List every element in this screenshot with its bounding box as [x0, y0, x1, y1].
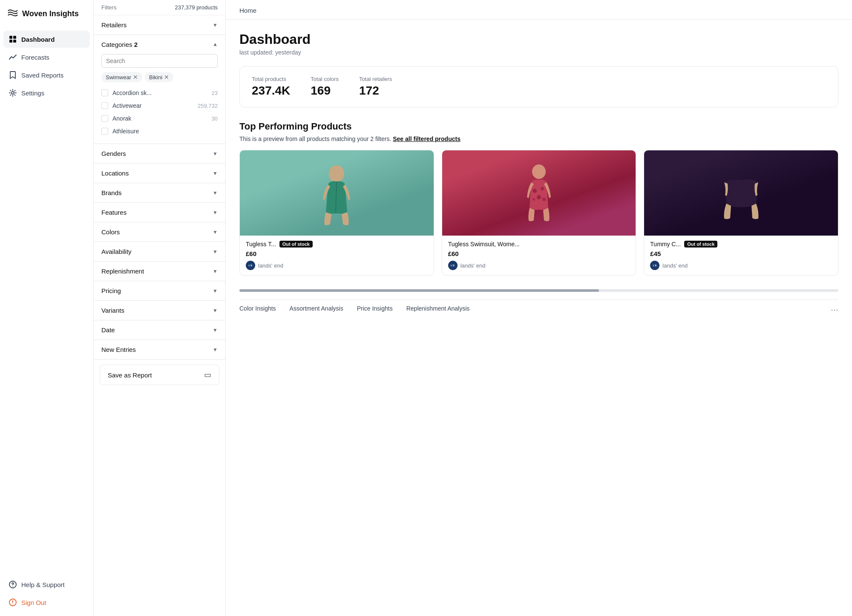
- main-inner: Dashboard last updated: yesterday Total …: [226, 20, 852, 328]
- category-search-input[interactable]: [101, 54, 218, 68]
- svg-point-14: [537, 195, 541, 199]
- woven-insights-logo-icon: [7, 8, 19, 20]
- tab-assortment-analysis[interactable]: Assortment Analysis: [290, 305, 343, 314]
- remove-tag-icon[interactable]: ✕: [164, 74, 169, 81]
- chevron-down-icon: ▼: [213, 22, 218, 28]
- filter-section-label: Features: [101, 209, 127, 216]
- save-as-report-button[interactable]: Save as Report ▭: [100, 365, 219, 385]
- svg-point-16: [542, 198, 546, 201]
- list-item[interactable]: Anorak 30: [101, 112, 218, 125]
- tab-color-insights[interactable]: Color Insights: [239, 305, 276, 314]
- more-tabs-button[interactable]: ⋯: [831, 305, 838, 314]
- chevron-down-icon: ▼: [213, 210, 218, 216]
- tab-label: Price Insights: [357, 305, 393, 312]
- sidebar-item-dashboard[interactable]: Dashboard: [3, 31, 90, 48]
- scroll-thumb: [239, 289, 599, 292]
- filter-section-header-genders[interactable]: Genders ▼: [94, 144, 225, 163]
- tab-price-insights[interactable]: Price Insights: [357, 305, 393, 314]
- last-updated-label: last updated: yesterday: [239, 49, 838, 56]
- chevron-up-icon: ▼: [213, 42, 218, 48]
- sidebar-bottom: Help & Support Sign Out: [0, 571, 93, 616]
- retailer-logo-text: L'E: [653, 264, 657, 267]
- category-checkbox[interactable]: [101, 115, 108, 122]
- category-checkbox[interactable]: [101, 102, 108, 109]
- filter-section-colors: Colors ▼: [94, 222, 225, 242]
- product-retailer: L'E lands' end: [246, 261, 428, 270]
- breadcrumb: Home: [226, 0, 852, 20]
- out-of-stock-badge: Out of stock: [684, 241, 717, 248]
- filter-section-header-features[interactable]: Features ▼: [94, 203, 225, 222]
- category-checkbox[interactable]: [101, 89, 108, 96]
- scroll-indicator: [239, 289, 838, 292]
- chevron-down-icon: ▼: [213, 288, 218, 294]
- product-name-row: Tummy C... Out of stock: [650, 241, 832, 248]
- filter-section-header-date[interactable]: Date ▼: [94, 320, 225, 340]
- chevron-down-icon: ▼: [213, 190, 218, 196]
- sidebar-sign-out[interactable]: Sign Out: [3, 594, 90, 611]
- product-retailer: L'E lands' end: [650, 261, 832, 270]
- saved-reports-icon: [9, 71, 17, 79]
- filter-section-header-pricing[interactable]: Pricing ▼: [94, 281, 225, 300]
- filters-label: Filters: [101, 4, 116, 11]
- tab-label: Assortment Analysis: [290, 305, 343, 312]
- see-all-filtered-link[interactable]: See all filtered products: [393, 135, 461, 142]
- category-checkbox[interactable]: [101, 128, 108, 135]
- chevron-down-icon: ▼: [213, 347, 218, 353]
- filter-section-header-availability[interactable]: Availability ▼: [94, 242, 225, 261]
- bookmark-icon: ▭: [204, 370, 211, 380]
- filter-section-retailers: Retailers ▼: [94, 15, 225, 35]
- out-of-stock-badge: Out of stock: [279, 241, 313, 248]
- filter-section-label: New Entries: [101, 346, 136, 353]
- retailer-name: lands' end: [662, 262, 688, 269]
- filter-section-header-new-entries[interactable]: New Entries ▼: [94, 340, 225, 359]
- product-image: [240, 150, 434, 236]
- filter-section-label: Genders: [101, 150, 126, 157]
- stat-label: Total colors: [311, 76, 339, 82]
- retailer-logo-text: L'E: [451, 264, 455, 267]
- chevron-down-icon: ▼: [213, 229, 218, 235]
- category-tag-swimwear[interactable]: Swimwear ✕: [101, 72, 142, 82]
- sidebar: Woven Insights Dashboard Forecasts Saved…: [0, 0, 94, 616]
- list-item[interactable]: Accordion sk... 23: [101, 86, 218, 99]
- filter-section-header-locations[interactable]: Locations ▼: [94, 164, 225, 183]
- category-item-name: Activewear: [112, 102, 193, 109]
- sidebar-item-label: Saved Reports: [21, 72, 63, 79]
- sign-out-icon: [9, 598, 17, 607]
- svg-point-13: [541, 187, 544, 190]
- sidebar-help-support[interactable]: Help & Support: [3, 576, 90, 593]
- product-card[interactable]: Tugless Swimsuit, Wome... £60 L'E lands'…: [442, 150, 636, 276]
- product-price: £45: [650, 250, 832, 257]
- product-price: £60: [246, 250, 428, 257]
- filter-section-header-categories[interactable]: Categories 2 ▼: [94, 35, 225, 54]
- filter-section-brands: Brands ▼: [94, 183, 225, 203]
- svg-point-15: [532, 198, 535, 201]
- sidebar-item-forecasts[interactable]: Forecasts: [3, 49, 90, 66]
- breadcrumb-label: Home: [239, 7, 256, 14]
- sidebar-item-saved-reports[interactable]: Saved Reports: [3, 66, 90, 83]
- filter-section-header-brands[interactable]: Brands ▼: [94, 183, 225, 202]
- chevron-down-icon: ▼: [213, 327, 218, 333]
- filter-section-label: Brands: [101, 189, 122, 196]
- category-tag-bikini[interactable]: Bikini ✕: [145, 72, 173, 82]
- list-item[interactable]: Activewear 259,732: [101, 99, 218, 112]
- chevron-down-icon: ▼: [213, 170, 218, 176]
- category-tags: Swimwear ✕ Bikini ✕: [101, 72, 218, 82]
- product-card[interactable]: Tugless T... Out of stock £60 L'E lands'…: [239, 150, 434, 276]
- product-card[interactable]: Tummy C... Out of stock £45 L'E lands' e…: [644, 150, 838, 276]
- remove-tag-icon[interactable]: ✕: [133, 74, 138, 81]
- list-item[interactable]: Athleisure: [101, 125, 218, 138]
- section-subtitle-top-products: This is a preview from all products matc…: [239, 135, 838, 142]
- retailer-logo: L'E: [650, 261, 659, 270]
- page-title: Dashboard: [239, 32, 838, 47]
- sidebar-item-settings[interactable]: Settings: [3, 84, 90, 101]
- filter-section-header-variants[interactable]: Variants ▼: [94, 301, 225, 320]
- tab-replenishment-analysis[interactable]: Replenishment Analysis: [406, 305, 470, 314]
- sidebar-bottom-label: Help & Support: [21, 581, 65, 588]
- filter-panel: Filters 237,379 products Retailers ▼ Cat…: [94, 0, 226, 616]
- product-info: Tugless T... Out of stock £60 L'E lands'…: [240, 236, 434, 275]
- product-name: Tugless Swimsuit, Wome...: [448, 241, 520, 248]
- filter-section-header-retailers[interactable]: Retailers ▼: [94, 15, 225, 35]
- product-image-svg: [315, 157, 358, 229]
- filter-section-header-colors[interactable]: Colors ▼: [94, 222, 225, 242]
- filter-section-header-replenishment[interactable]: Replenishment ▼: [94, 262, 225, 281]
